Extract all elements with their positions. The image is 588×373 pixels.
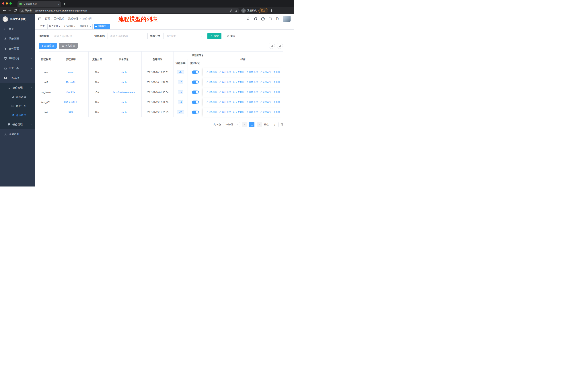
browser-tab[interactable]: 芋道管理系统 × [18,1,61,7]
status-toggle[interactable] [192,111,199,114]
action-design[interactable]: 设计流程 [219,71,231,74]
new-tab-button[interactable]: + [63,2,66,6]
collapse-sidebar-icon[interactable] [38,17,42,20]
bookmark-star-icon[interactable] [234,9,237,12]
action-delete[interactable]: 删除 [273,91,280,94]
action-delete[interactable]: 删除 [273,101,280,104]
sidebar-item-infrastructure[interactable]: 基础设施 [0,53,35,63]
action-assign[interactable]: 分配规则 [233,71,244,74]
key-icon[interactable] [229,9,232,12]
action-delete[interactable]: 删除 [273,81,280,84]
page-tag[interactable]: 流程模型 × [94,24,110,29]
security-indicator[interactable]: 不安全 [21,9,32,12]
action-edit[interactable]: 修改流程 [206,101,217,104]
sidebar-item-payment-mgmt[interactable]: 支付管理 [0,44,35,53]
action-define[interactable]: 流程定义 [260,111,271,114]
import-process-button[interactable]: 导入流程 [59,43,78,49]
fullscreen-icon[interactable] [268,17,272,20]
page-tag[interactable]: 首页 [39,24,46,29]
breadcrumb-item[interactable]: 流程管理 [68,17,78,20]
tag-close-icon[interactable]: × [74,25,76,28]
action-design[interactable]: 设计流程 [219,91,231,94]
browser-update-button[interactable]: 更新 [258,8,268,13]
window-minimize-button[interactable] [6,2,8,5]
action-assign[interactable]: 分配规则 [233,111,244,114]
form-info-link[interactable]: biubiu [121,111,127,114]
form-info-link[interactable]: biubiu [121,81,127,84]
action-publish[interactable]: 发布流程 [246,101,258,104]
search-icon[interactable] [247,17,250,20]
action-define[interactable]: 流程定义 [260,91,271,94]
action-define[interactable]: 流程定义 [260,71,271,74]
back-button[interactable] [2,9,6,12]
status-toggle[interactable] [192,71,199,74]
sidebar-item-user-group[interactable]: 用户分组 [0,102,35,111]
form-info-link[interactable]: /bpm/oa/leave/create [113,91,135,94]
action-edit[interactable]: 修改流程 [206,91,217,94]
action-publish[interactable]: 发布流程 [246,71,258,74]
sidebar-item-workflow[interactable]: 工作流程 [0,73,35,83]
process-name-link[interactable]: 滔博 [68,111,73,113]
help-icon[interactable]: ? [261,17,265,20]
new-process-button[interactable]: + 新建流程 [39,43,57,49]
sidebar-item-task-mgmt[interactable]: 任务管理 [0,120,35,129]
form-info-link[interactable]: biubiu [121,71,127,74]
status-toggle[interactable] [192,101,199,104]
process-name-link[interactable]: 自己审批 [66,81,75,83]
action-publish[interactable]: 发布流程 [246,91,258,94]
font-size-icon[interactable]: TT [276,17,279,20]
sidebar-item-process-form[interactable]: 流程表单 [0,92,35,102]
sidebar-item-leave-query[interactable]: 请假查询 [0,129,35,139]
action-delete[interactable]: 删除 [273,111,280,114]
breadcrumb-item[interactable]: 首页 [45,17,50,20]
goto-page-input[interactable] [271,122,279,127]
form-info-link[interactable]: biubiu [121,101,127,104]
status-toggle[interactable] [192,91,199,94]
table-search-button[interactable] [269,43,275,49]
action-assign[interactable]: 分配规则 [233,91,244,94]
action-publish[interactable]: 发布流程 [246,81,258,84]
breadcrumb-item[interactable]: 工作流程 [54,17,64,20]
process-name-input[interactable] [107,33,148,39]
process-key-input[interactable] [52,33,92,39]
browser-menu-icon[interactable] [270,9,273,12]
sidebar-item-process-model[interactable]: 流程模型 [0,111,35,120]
process-name-link[interactable]: eeee [68,71,74,74]
status-toggle[interactable] [192,81,199,84]
tag-close-icon[interactable]: × [107,25,109,28]
page-tag[interactable]: 租户管理 × [47,24,62,29]
tag-close-icon[interactable]: × [59,25,60,28]
action-design[interactable]: 设计流程 [219,111,231,114]
action-delete[interactable]: 删除 [273,71,280,74]
action-assign[interactable]: 分配规则 [233,81,244,84]
action-publish[interactable]: 发布流程 [246,111,258,114]
current-page-button[interactable]: 1 [249,122,254,127]
next-page-button[interactable] [257,122,262,127]
user-avatar[interactable] [283,16,291,22]
sidebar-item-process-mgmt[interactable]: 流程管理 [0,83,35,92]
prev-page-button[interactable] [242,122,247,127]
category-select[interactable]: 流程分类 [163,33,205,39]
action-edit[interactable]: 修改流程 [206,111,217,114]
tab-close-icon[interactable]: × [57,3,59,5]
table-refresh-button[interactable] [277,43,283,49]
process-name-link[interactable]: OA 请假 [66,91,75,93]
page-size-select[interactable]: 10条/页 [223,122,240,127]
action-assign[interactable]: 分配规则 [233,101,244,104]
github-icon[interactable] [254,17,257,20]
tag-close-icon[interactable]: × [89,25,91,28]
sidebar-item-system-mgmt[interactable]: 系统管理 [0,34,35,44]
page-tag[interactable]: 我的流程 × [63,24,77,29]
process-name-link[interactable]: 测试多审批人 [64,101,78,103]
reset-button[interactable]: 重置 [224,33,238,39]
sidebar-item-dev-tools[interactable]: 研发工具 [0,63,35,73]
reload-button[interactable] [13,9,17,12]
window-close-button[interactable] [2,2,4,5]
action-define[interactable]: 流程定义 [260,101,271,104]
action-define[interactable]: 流程定义 [260,81,271,84]
action-design[interactable]: 设计流程 [219,101,231,104]
search-button[interactable]: 搜索 [207,33,221,39]
action-edit[interactable]: 修改流程 [206,81,217,84]
window-zoom-button[interactable] [10,2,12,5]
action-edit[interactable]: 修改流程 [206,71,217,74]
